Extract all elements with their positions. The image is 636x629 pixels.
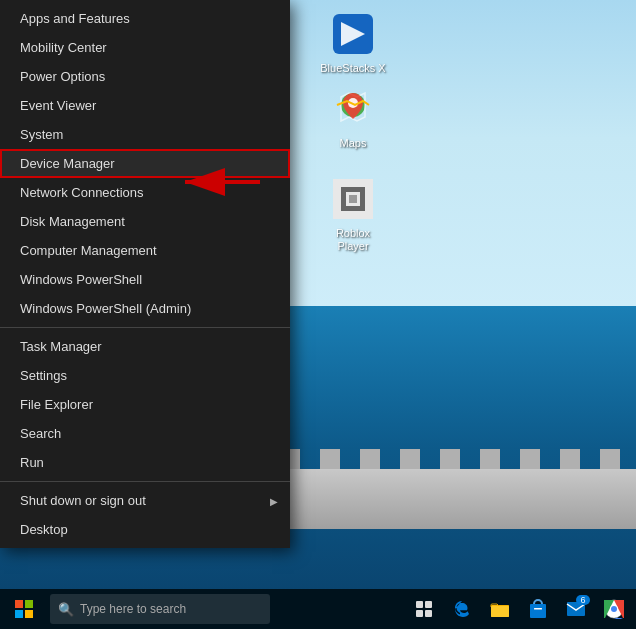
maps-label: Maps — [318, 137, 388, 150]
menu-item-event-viewer[interactable]: Event Viewer — [0, 91, 290, 120]
taskbar-icon-tray: 6 — [406, 589, 636, 629]
svg-rect-13 — [425, 601, 432, 608]
menu-item-device-manager[interactable]: Device Manager — [0, 149, 290, 178]
mail-badge: 6 — [576, 595, 590, 605]
taskbar-icon-edge[interactable] — [444, 589, 480, 629]
desktop: BlueStacks X Maps Robl — [0, 0, 636, 629]
taskbar-search-placeholder: Type here to search — [80, 602, 186, 616]
roblox-label: RobloxPlayer — [318, 227, 388, 253]
svg-rect-12 — [416, 601, 423, 608]
menu-item-computer-management[interactable]: Computer Management — [0, 236, 290, 265]
taskbar-search-box[interactable]: 🔍 Type here to search — [50, 594, 270, 624]
windows-logo-icon — [15, 600, 33, 618]
menu-item-power-options[interactable]: Power Options — [0, 62, 290, 91]
menu-divider-2 — [0, 481, 290, 482]
desktop-icon-roblox[interactable]: RobloxPlayer — [318, 175, 388, 253]
menu-item-shutdown-signout[interactable]: Shut down or sign out — [0, 486, 290, 515]
menu-item-apps-features[interactable]: Apps and Features — [0, 4, 290, 33]
start-button[interactable] — [0, 589, 48, 629]
taskbar-icon-task-view[interactable] — [406, 589, 442, 629]
taskbar-icon-explorer[interactable] — [482, 589, 518, 629]
roblox-icon — [329, 175, 377, 223]
taskbar-icon-store[interactable] — [520, 589, 556, 629]
menu-item-windows-powershell[interactable]: Windows PowerShell — [0, 265, 290, 294]
taskbar-icon-chrome[interactable] — [596, 589, 632, 629]
menu-item-windows-powershell-admin[interactable]: Windows PowerShell (Admin) — [0, 294, 290, 323]
menu-item-file-explorer[interactable]: File Explorer — [0, 390, 290, 419]
menu-item-mobility-center[interactable]: Mobility Center — [0, 33, 290, 62]
menu-item-system[interactable]: System — [0, 120, 290, 149]
context-menu: Apps and Features Mobility Center Power … — [0, 0, 290, 548]
taskbar: 🔍 Type here to search — [0, 589, 636, 629]
desktop-icon-maps[interactable]: Maps — [318, 85, 388, 150]
bluestacks-label: BlueStacks X — [318, 62, 388, 75]
bluestacks-icon — [329, 10, 377, 58]
menu-item-desktop[interactable]: Desktop — [0, 515, 290, 544]
svg-rect-18 — [530, 604, 546, 618]
menu-divider-1 — [0, 327, 290, 328]
menu-item-search[interactable]: Search — [0, 419, 290, 448]
menu-item-run[interactable]: Run — [0, 448, 290, 477]
svg-rect-17 — [491, 606, 509, 617]
svg-point-23 — [611, 606, 617, 612]
menu-item-settings[interactable]: Settings — [0, 361, 290, 390]
taskbar-icon-mail[interactable]: 6 — [558, 589, 594, 629]
svg-rect-15 — [425, 610, 432, 617]
desktop-icon-bluestacks[interactable]: BlueStacks X — [318, 10, 388, 75]
svg-rect-19 — [534, 608, 542, 610]
search-icon: 🔍 — [58, 602, 74, 617]
menu-item-network-connections[interactable]: Network Connections — [0, 178, 290, 207]
menu-item-disk-management[interactable]: Disk Management — [0, 207, 290, 236]
svg-rect-9 — [349, 195, 357, 203]
svg-rect-14 — [416, 610, 423, 617]
maps-icon — [329, 85, 377, 133]
menu-item-task-manager[interactable]: Task Manager — [0, 332, 290, 361]
